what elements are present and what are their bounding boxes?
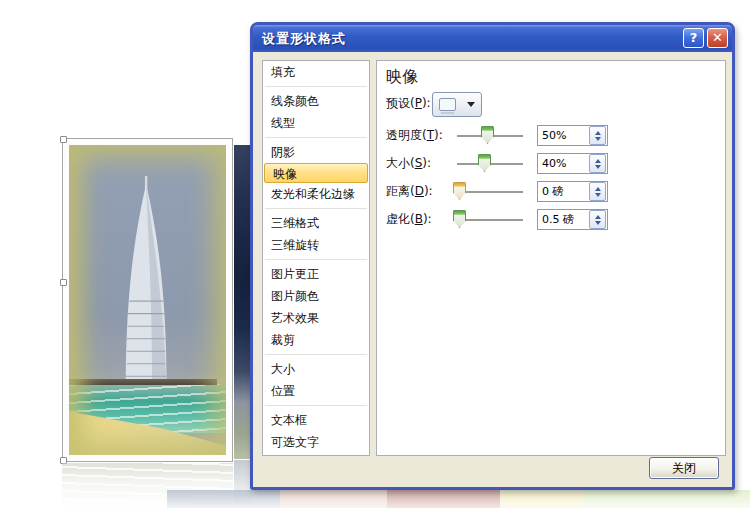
- transparency-value: 50%: [538, 129, 589, 142]
- sidebar-item-crop[interactable]: 裁剪: [263, 329, 369, 351]
- titlebar-close-button[interactable]: ✕: [707, 28, 728, 48]
- spin-up-icon: [595, 131, 601, 135]
- size-slider[interactable]: [457, 151, 523, 177]
- soft-edge-glow: [69, 145, 226, 455]
- format-shape-dialog: 设置形状格式 ? ✕ 填充 线条颜色 线型 阴影 映像 发光和柔化边缘 三维格式…: [250, 22, 735, 490]
- picture-object[interactable]: [62, 138, 233, 462]
- spin-down-icon: [595, 221, 601, 225]
- divider: [265, 137, 367, 138]
- distance-label: 距离(D):: [386, 179, 433, 204]
- divider: [265, 208, 367, 209]
- reflection-preset-icon: [439, 98, 456, 111]
- dialog-titlebar[interactable]: 设置形状格式 ? ✕: [253, 25, 732, 52]
- sidebar-item-line-color[interactable]: 线条颜色: [263, 90, 369, 112]
- blur-label: 虚化(B):: [386, 207, 432, 232]
- divider: [265, 86, 367, 87]
- sidebar-item-reflection[interactable]: 映像: [264, 163, 368, 183]
- sidebar-item-3d-rotation[interactable]: 三维旋转: [263, 234, 369, 256]
- category-list: 填充 线条颜色 线型 阴影 映像 发光和柔化边缘 三维格式 三维旋转 图片更正 …: [262, 60, 370, 456]
- transparency-label: 透明度(T):: [386, 123, 443, 148]
- sidebar-item-glow-soft-edges[interactable]: 发光和柔化边缘: [263, 183, 369, 205]
- close-icon: ✕: [712, 30, 723, 45]
- sidebar-item-position[interactable]: 位置: [263, 380, 369, 402]
- preset-label: 预设(P):: [386, 91, 431, 116]
- selection-handle[interactable]: [60, 136, 67, 143]
- sidebar-item-text-box[interactable]: 文本框: [263, 409, 369, 431]
- spin-down-icon: [595, 193, 601, 197]
- transparency-row: 透明度(T): 50%: [377, 123, 725, 149]
- blur-spinner[interactable]: 0.5 磅: [537, 209, 608, 230]
- dialog-title: 设置形状格式: [262, 30, 346, 48]
- transparency-spinner[interactable]: 50%: [537, 125, 608, 146]
- spin-up-icon: [595, 187, 601, 191]
- distance-value: 0 磅: [538, 184, 589, 199]
- blur-value: 0.5 磅: [538, 212, 589, 227]
- slider-thumb[interactable]: [453, 210, 466, 228]
- distance-spinner[interactable]: 0 磅: [537, 181, 608, 202]
- sidebar-item-line-style[interactable]: 线型: [263, 112, 369, 134]
- size-value: 40%: [538, 157, 589, 170]
- spinner-buttons[interactable]: [589, 126, 606, 145]
- spinner-buttons[interactable]: [589, 210, 606, 229]
- transparency-slider[interactable]: [457, 123, 523, 149]
- photo-strip-reflection: [500, 490, 583, 508]
- sidebar-item-size[interactable]: 大小: [263, 358, 369, 380]
- photo-burj-al-arab: [69, 145, 226, 455]
- size-spinner[interactable]: 40%: [537, 153, 608, 174]
- panel-heading: 映像: [386, 67, 418, 88]
- photo-strip-reflection: [167, 490, 280, 508]
- slide-canvas: 设置形状格式 ? ✕ 填充 线条颜色 线型 阴影 映像 发光和柔化边缘 三维格式…: [0, 0, 750, 508]
- divider: [265, 259, 367, 260]
- slider-track[interactable]: [457, 219, 523, 222]
- blur-row: 虚化(B): 0.5 磅: [377, 207, 725, 233]
- slider-thumb[interactable]: [478, 154, 491, 172]
- sidebar-item-artistic-effects[interactable]: 艺术效果: [263, 307, 369, 329]
- divider: [265, 354, 367, 355]
- blur-slider[interactable]: [457, 207, 523, 233]
- spinner-buttons[interactable]: [589, 154, 606, 173]
- slider-thumb[interactable]: [453, 182, 466, 200]
- question-icon: ?: [690, 30, 698, 45]
- divider: [265, 405, 367, 406]
- spin-down-icon: [595, 137, 601, 141]
- close-button[interactable]: 关闭: [649, 457, 719, 479]
- help-button[interactable]: ?: [683, 28, 704, 48]
- sidebar-item-fill[interactable]: 填充: [263, 61, 369, 83]
- distance-row: 距离(D): 0 磅: [377, 179, 725, 205]
- size-label: 大小(S):: [386, 151, 431, 176]
- selection-handle[interactable]: [60, 279, 67, 286]
- sidebar-item-3d-format[interactable]: 三维格式: [263, 212, 369, 234]
- sidebar-item-shadow[interactable]: 阴影: [263, 141, 369, 163]
- chevron-down-icon: [467, 102, 475, 107]
- photo-strip-reflection: [387, 490, 500, 508]
- reflection-panel: 映像 预设(P): 透明度(T): 50% 大小(S):: [376, 60, 726, 456]
- spin-up-icon: [595, 159, 601, 163]
- slider-track[interactable]: [457, 191, 523, 194]
- photo-strip-reflection: [280, 490, 387, 508]
- sidebar-item-alt-text[interactable]: 可选文字: [263, 431, 369, 453]
- spinner-buttons[interactable]: [589, 182, 606, 201]
- preset-dropdown[interactable]: [432, 92, 482, 117]
- sidebar-item-picture-color[interactable]: 图片颜色: [263, 285, 369, 307]
- spin-up-icon: [595, 215, 601, 219]
- size-row: 大小(S): 40%: [377, 151, 725, 177]
- spin-down-icon: [595, 165, 601, 169]
- sidebar-item-picture-corrections[interactable]: 图片更正: [263, 263, 369, 285]
- distance-slider[interactable]: [457, 179, 523, 205]
- photo-strip-reflection: [583, 490, 750, 508]
- slider-thumb[interactable]: [481, 126, 494, 144]
